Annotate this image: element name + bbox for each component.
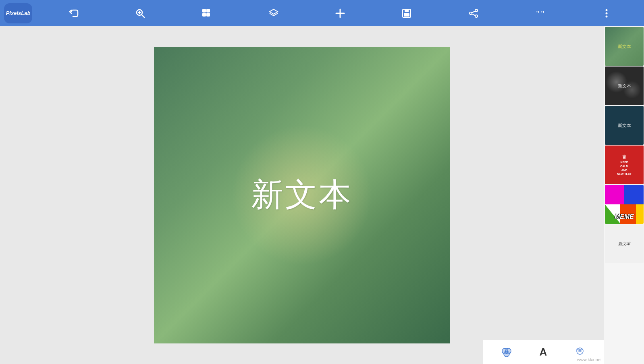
meme-blue <box>624 185 644 204</box>
add-button[interactable] <box>307 0 373 26</box>
blend-icon[interactable] <box>501 345 513 360</box>
share-button[interactable] <box>440 0 507 26</box>
svg-point-21 <box>606 9 608 11</box>
template-3-label: 新文本 <box>618 123 631 129</box>
svg-point-22 <box>606 12 608 14</box>
zoom-button[interactable] <box>107 0 173 26</box>
undo-button[interactable] <box>40 0 107 26</box>
svg-rect-7 <box>207 13 210 16</box>
keep-calm-and: AND <box>617 168 632 173</box>
right-panel: 新文本 新文本 新文本 ♛ KEEP CALM AND NEW TEXT <box>604 26 644 364</box>
logo-button[interactable]: PixelsLab <box>4 3 32 23</box>
font-icon[interactable]: A <box>540 346 547 358</box>
watermark-text: www.kkx.net <box>577 357 602 362</box>
save-button[interactable] <box>374 0 440 26</box>
template-6-label: 新文本 <box>618 241 630 247</box>
canvas[interactable]: 新文本 <box>154 47 450 343</box>
svg-rect-13 <box>404 13 409 17</box>
template-thumb-3[interactable]: 新文本 <box>605 106 644 145</box>
meme-magenta <box>605 185 624 204</box>
watermark: www.kkx.net <box>577 357 602 362</box>
layers-button[interactable] <box>240 0 307 26</box>
meme-label: MEME <box>615 213 634 220</box>
svg-point-16 <box>475 15 478 17</box>
template-thumb-1[interactable]: 新文本 <box>605 27 644 66</box>
svg-text:": " <box>541 8 544 19</box>
keep-calm-newtext: NEW TEXT <box>617 172 632 176</box>
canvas-area[interactable]: 新文本 <box>0 26 604 364</box>
quote-button[interactable]: " " <box>507 0 573 26</box>
svg-rect-4 <box>203 9 206 12</box>
svg-rect-6 <box>203 13 206 16</box>
template-thumb-4[interactable]: ♛ KEEP CALM AND NEW TEXT <box>605 146 644 184</box>
svg-point-15 <box>469 12 472 15</box>
svg-line-1 <box>141 15 144 17</box>
keep-calm-calm: CALM <box>617 164 632 168</box>
svg-point-23 <box>606 15 608 17</box>
font-label: A <box>540 346 547 358</box>
grid-button[interactable] <box>174 0 240 26</box>
toolbar: PixelsLab <box>0 0 644 26</box>
svg-line-18 <box>472 14 475 15</box>
logo-text: PixelsLab <box>6 10 31 17</box>
keep-calm-crown: ♛ <box>622 154 627 160</box>
svg-rect-5 <box>207 9 210 12</box>
svg-marker-8 <box>270 9 278 14</box>
template-2-label: 新文本 <box>618 83 631 89</box>
template-thumb-2[interactable]: 新文本 <box>605 67 644 105</box>
more-button[interactable] <box>573 0 640 26</box>
main-content: 新文本 新文本 新文本 新文本 ♛ KEEP CALM AND NEW TEXT <box>0 26 644 364</box>
template-thumb-5[interactable]: MEME <box>605 185 644 224</box>
keep-calm-text: KEEP CALM AND NEW TEXT <box>617 160 632 176</box>
template-thumb-6[interactable]: 新文本 <box>605 225 644 263</box>
svg-point-26 <box>504 351 509 357</box>
svg-line-17 <box>472 11 475 12</box>
meme-yellow <box>636 204 644 224</box>
svg-rect-12 <box>405 9 409 12</box>
canvas-main-text: 新文本 <box>251 173 353 217</box>
template-1-label: 新文本 <box>618 44 631 50</box>
keep-calm-keep: KEEP <box>617 160 632 164</box>
svg-point-14 <box>475 9 478 12</box>
svg-text:": " <box>536 8 540 19</box>
